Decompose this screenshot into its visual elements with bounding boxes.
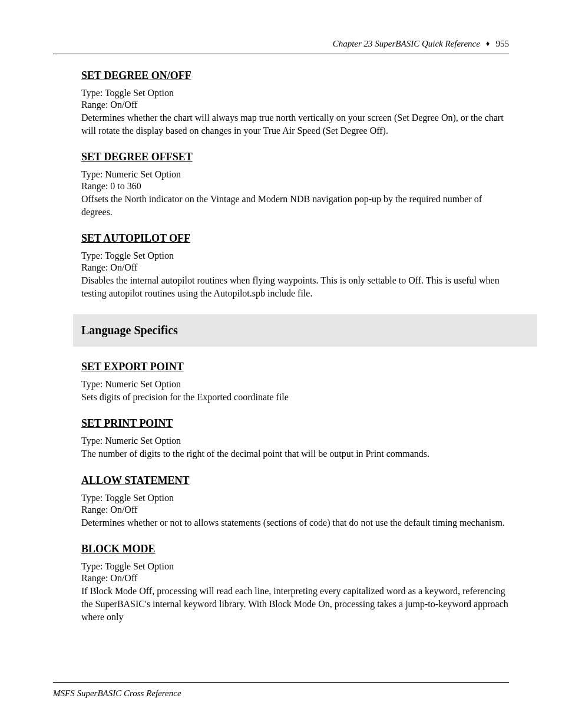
entry-type: Type: Numeric Set Option [81, 169, 509, 180]
entry-term: SET DEGREE ON/OFF [81, 70, 191, 82]
entry-term: SET AUTOPILOT OFF [81, 232, 190, 245]
entry-term: BLOCK MODE [81, 543, 156, 555]
header-title: Chapter 23 SuperBASIC Quick Reference [333, 39, 480, 49]
diamond-icon: ♦ [486, 39, 490, 48]
entry-block-mode: BLOCK MODE Type: Toggle Set Option Range… [81, 543, 509, 623]
entry-range: Range: On/Off [81, 262, 509, 273]
entry-set-export-point: SET EXPORT POINT Type: Numeric Set Optio… [81, 361, 509, 404]
entry-range: Range: On/Off [81, 505, 509, 515]
entry-desc: Offsets the North indicator on the Vinta… [81, 193, 509, 218]
page-header: Chapter 23 SuperBASIC Quick Reference ♦ … [53, 39, 509, 49]
entry-desc: Disables the internal autopilot routines… [81, 274, 509, 299]
entry-type: Type: Toggle Set Option [81, 561, 509, 572]
footer-rule [53, 682, 509, 683]
page-footer: MSFS SuperBASIC Cross Reference [53, 667, 509, 699]
entry-type: Type: Toggle Set Option [81, 88, 509, 98]
entry-set-print-point: SET PRINT POINT Type: Numeric Set Option… [81, 417, 509, 460]
entry-range: Range: On/Off [81, 100, 509, 110]
entry-set-degree-on-off: SET DEGREE ON/OFF Type: Toggle Set Optio… [81, 70, 509, 137]
section-heading: Language Specifics [73, 314, 537, 347]
entry-desc: Determines whether the chart will always… [81, 111, 509, 137]
footer-text: MSFS SuperBASIC Cross Reference [53, 689, 509, 699]
entry-set-autopilot-off: SET AUTOPILOT OFF Type: Toggle Set Optio… [81, 232, 509, 299]
entry-desc: If Block Mode Off, processing will read … [81, 585, 509, 623]
entry-desc: The number of digits to the right of the… [81, 447, 509, 460]
entry-term: SET EXPORT POINT [81, 361, 184, 373]
content-area: SET DEGREE ON/OFF Type: Toggle Set Optio… [81, 70, 509, 623]
entry-type: Type: Numeric Set Option [81, 379, 509, 390]
entry-range: Range: On/Off [81, 573, 509, 584]
entry-term: SET PRINT POINT [81, 417, 173, 430]
entry-term: SET DEGREE OFFSET [81, 151, 193, 163]
entry-set-degree-offset: SET DEGREE OFFSET Type: Numeric Set Opti… [81, 151, 509, 218]
entry-term: ALLOW STATEMENT [81, 475, 190, 487]
header-rule [53, 54, 509, 54]
header-page-number: 955 [496, 39, 510, 49]
entry-type: Type: Toggle Set Option [81, 493, 509, 503]
entry-type: Type: Toggle Set Option [81, 251, 509, 261]
entry-desc: Sets digits of precision for the Exporte… [81, 391, 509, 404]
entry-desc: Determines whether or not to allows stat… [81, 516, 509, 529]
entry-type: Type: Numeric Set Option [81, 436, 509, 446]
entry-allow-statement: ALLOW STATEMENT Type: Toggle Set Option … [81, 475, 509, 529]
entry-range: Range: 0 to 360 [81, 181, 509, 192]
